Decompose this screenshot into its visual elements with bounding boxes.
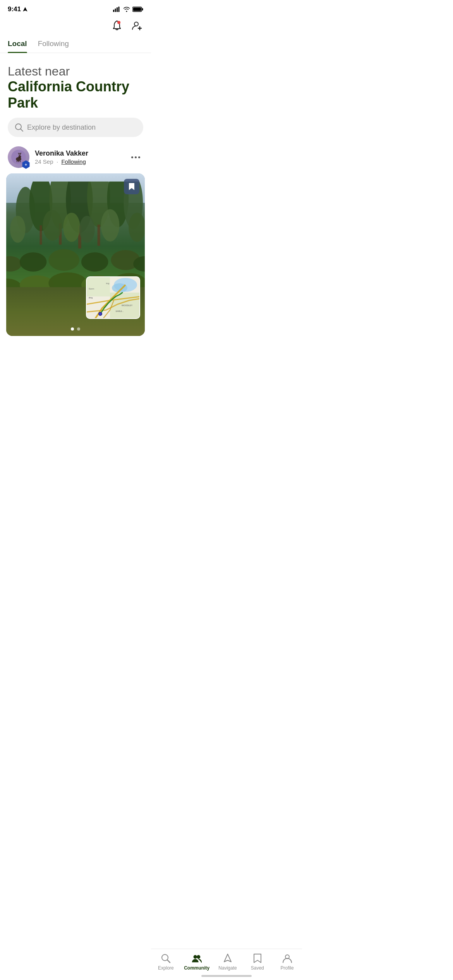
svg-rect-23	[40, 225, 42, 245]
svg-point-12	[19, 156, 21, 158]
header-actions	[0, 16, 151, 36]
svg-rect-6	[133, 8, 141, 11]
svg-rect-3	[118, 7, 120, 12]
tabs: Local Following	[0, 36, 151, 53]
svg-point-27	[10, 216, 26, 243]
map-thumbnail[interactable]: Sunn ing ding WOODLEY EARLE...	[86, 276, 140, 319]
svg-point-36	[81, 252, 108, 272]
map-svg: Sunn ing ding WOODLEY EARLE...	[87, 277, 140, 319]
wifi-icon	[123, 7, 130, 12]
svg-point-29	[63, 213, 80, 242]
add-user-button[interactable]	[131, 19, 143, 32]
add-user-icon	[132, 20, 142, 31]
post-more-button[interactable]	[128, 153, 143, 161]
post-card: + Veronika Vakker 24 Sep · Following	[6, 146, 145, 336]
svg-text:WOODLEY: WOODLEY	[122, 304, 132, 307]
svg-point-35	[48, 249, 79, 271]
hero-section: Latest near California Country Park	[0, 53, 151, 118]
tab-local[interactable]: Local	[8, 36, 27, 53]
search-icon	[15, 123, 23, 132]
post-user: + Veronika Vakker 24 Sep · Following	[8, 146, 88, 168]
svg-rect-0	[113, 10, 114, 12]
svg-point-9	[15, 124, 21, 130]
svg-point-32	[129, 213, 145, 242]
search-bar[interactable]: Explore by destination	[8, 118, 143, 137]
search-container: Explore by destination	[8, 118, 143, 137]
svg-text:ding: ding	[89, 296, 93, 299]
search-placeholder-text: Explore by destination	[27, 123, 96, 132]
svg-text:Sunn: Sunn	[89, 288, 94, 290]
notification-button[interactable]	[111, 19, 123, 32]
svg-rect-13	[17, 160, 17, 162]
hero-subtitle: Latest near	[8, 64, 143, 79]
map-inner: Sunn ing ding WOODLEY EARLE...	[87, 277, 139, 318]
status-icons	[113, 7, 143, 12]
signal-icon	[113, 7, 121, 12]
bookmark-button[interactable]	[124, 179, 139, 194]
user-name: Veronika Vakker	[35, 149, 88, 158]
svg-rect-14	[18, 161, 19, 162]
carousel-dots	[71, 327, 80, 331]
svg-rect-2	[117, 7, 118, 12]
carousel-dot-1[interactable]	[71, 327, 74, 331]
svg-rect-1	[115, 9, 116, 12]
bookmark-icon	[128, 182, 135, 191]
svg-rect-15	[20, 161, 21, 162]
svg-point-55	[99, 313, 101, 315]
svg-point-7	[117, 21, 120, 24]
user-meta: 24 Sep · Following	[35, 158, 88, 165]
status-bar: 9:41	[0, 0, 151, 16]
battery-icon	[132, 7, 143, 12]
avatar-wrap: +	[8, 146, 29, 168]
post-header: + Veronika Vakker 24 Sep · Following	[6, 146, 145, 168]
carousel-dot-2[interactable]	[77, 327, 80, 331]
svg-text:EARLE...: EARLE...	[116, 310, 124, 312]
status-time: 9:41	[8, 5, 28, 13]
svg-point-34	[20, 252, 47, 272]
svg-text:ing: ing	[106, 282, 109, 284]
location-arrow-icon	[22, 7, 28, 12]
svg-point-31	[101, 209, 120, 242]
svg-point-33	[6, 256, 22, 272]
bell-icon	[112, 20, 122, 31]
post-date: 24 Sep	[35, 158, 53, 165]
follow-link[interactable]: Following	[61, 158, 86, 165]
svg-point-8	[134, 22, 138, 26]
post-image: Sunn ing ding WOODLEY EARLE...	[6, 173, 145, 336]
user-info: Veronika Vakker 24 Sep · Following	[35, 149, 88, 165]
svg-point-30	[79, 216, 95, 243]
tab-following[interactable]: Following	[38, 36, 69, 53]
svg-point-28	[43, 210, 62, 241]
hero-title: California Country Park	[8, 79, 143, 111]
svg-rect-26	[98, 224, 100, 246]
svg-rect-52	[87, 277, 110, 296]
svg-rect-5	[142, 8, 143, 10]
